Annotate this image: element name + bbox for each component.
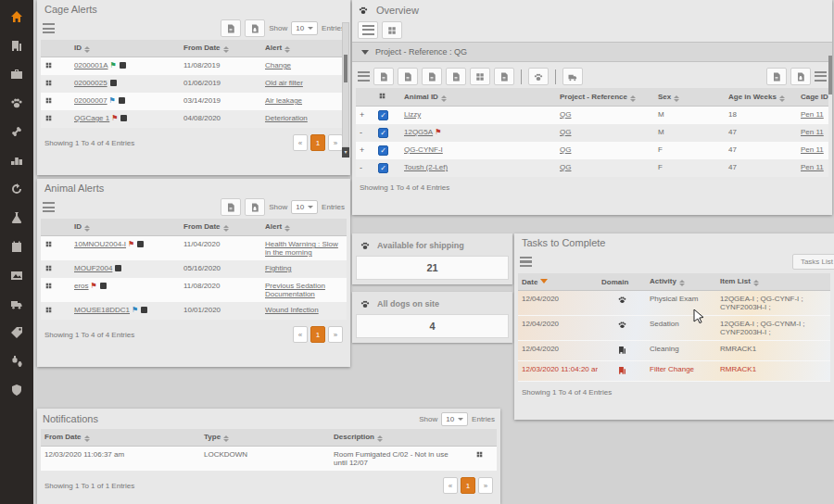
column-header-domain[interactable]: Domain: [598, 273, 646, 291]
entries-select[interactable]: 10: [291, 21, 318, 35]
export-report-button[interactable]: [766, 68, 787, 85]
column-header-activity[interactable]: Activity: [646, 273, 716, 291]
sidebar-item-animals[interactable]: [8, 94, 25, 110]
prev-page-button[interactable]: «: [443, 477, 458, 494]
page-1-button[interactable]: 1: [310, 134, 325, 151]
sidebar-item-food[interactable]: [8, 123, 25, 139]
column-header-from-date[interactable]: From Date: [180, 40, 261, 57]
alert-link[interactable]: Wound Infection: [265, 306, 319, 314]
project-link[interactable]: QG: [560, 128, 571, 136]
cage-id-link[interactable]: QGCage 1: [74, 114, 109, 122]
animal-id-link[interactable]: Lizzy: [404, 110, 421, 119]
row-checkbox[interactable]: ✓: [378, 145, 388, 156]
copy-record-button[interactable]: [398, 68, 418, 85]
animal-view-icon[interactable]: [44, 266, 53, 274]
database-button[interactable]: [470, 68, 490, 85]
column-header-alert[interactable]: Alert: [261, 40, 347, 57]
animal-id-link[interactable]: Toush (2-Lef): [404, 163, 448, 171]
scroll-down-arrow[interactable]: ▾: [342, 147, 349, 158]
sidebar-item-sync[interactable]: [8, 181, 25, 196]
sidebar-item-shipping[interactable]: [8, 296, 25, 311]
column-header-id[interactable]: ID: [70, 219, 180, 236]
task-row[interactable]: 12/04/2020 Sedation 12QGEA-I ; QG-CYNM-I…: [518, 316, 830, 341]
column-header-from-date[interactable]: From Date: [41, 429, 200, 447]
cage-id-link[interactable]: Pen 11: [801, 145, 824, 154]
expand-row-icon[interactable]: -: [360, 163, 362, 172]
notification-view-icon[interactable]: [475, 452, 484, 460]
project-link[interactable]: QG: [560, 110, 571, 119]
cage-view-icon[interactable]: [44, 116, 53, 124]
next-page-button[interactable]: »: [328, 134, 343, 151]
animal-id-link[interactable]: 10MNOU2004-I: [74, 240, 126, 248]
list-view-button[interactable]: [358, 21, 378, 39]
alert-link[interactable]: Fighting: [265, 264, 291, 272]
column-header-animal-id[interactable]: Animal ID: [400, 88, 556, 107]
cage-id-link[interactable]: Pen 11: [801, 128, 824, 136]
project-link[interactable]: QG: [560, 145, 571, 154]
animal-view-icon[interactable]: [44, 284, 53, 292]
scrollbar[interactable]: ▾: [342, 22, 349, 147]
page-1-button[interactable]: 1: [461, 477, 475, 494]
cage-id-link[interactable]: 02000007: [74, 96, 107, 105]
alert-link[interactable]: Deterioration: [265, 114, 308, 122]
list-view-icon[interactable]: [520, 257, 532, 267]
grid-view-button[interactable]: [382, 21, 402, 39]
project-section-header[interactable]: Project - Reference : QG: [352, 42, 832, 62]
tasks-list-button[interactable]: Tasks List: [792, 254, 834, 270]
alert-link[interactable]: Previous Sedation Documentation: [265, 282, 325, 298]
row-checkbox[interactable]: ✓: [378, 110, 388, 120]
column-header-cage-id[interactable]: Cage ID: [797, 88, 828, 107]
entries-select[interactable]: 10: [441, 412, 468, 426]
entries-select[interactable]: 10: [291, 200, 318, 214]
sidebar-item-gallery[interactable]: [8, 267, 25, 283]
cage-id-link[interactable]: Pen 11: [801, 110, 824, 119]
scrollbar-thumb[interactable]: [828, 56, 832, 94]
list-view-icon[interactable]: [43, 23, 55, 33]
next-page-button[interactable]: »: [328, 326, 343, 343]
column-header-description[interactable]: Description: [330, 429, 461, 447]
column-header-alert[interactable]: Alert: [261, 219, 347, 236]
alert-link[interactable]: Air leakage: [265, 96, 302, 105]
column-header-age-in-weeks[interactable]: Age in Weeks: [725, 88, 797, 107]
task-row-overdue[interactable]: 12/03/2020 11:04:20 am Filter Change RMR…: [518, 361, 830, 382]
animal-id-link[interactable]: MOUF2004: [74, 264, 112, 272]
animal-id-link[interactable]: QG-CYNF-I: [404, 145, 443, 154]
scrollbar-thumb[interactable]: [344, 55, 348, 82]
list-view-icon[interactable]: [358, 71, 370, 82]
animal-id-link[interactable]: 12QG5A: [404, 128, 433, 136]
sidebar-item-reports[interactable]: [8, 152, 25, 168]
sidebar-item-tags[interactable]: [8, 324, 25, 340]
column-header-select-all[interactable]: [374, 88, 400, 107]
column-header-project-reference[interactable]: Project - Reference: [556, 88, 654, 107]
column-header-date[interactable]: Date: [518, 273, 598, 291]
sidebar-item-home[interactable]: [8, 8, 25, 24]
export-report-button[interactable]: [221, 19, 241, 37]
lock-report-button[interactable]: [790, 68, 811, 85]
project-link[interactable]: QG: [560, 163, 571, 171]
list-view-icon[interactable]: [43, 202, 55, 212]
transfer-button[interactable]: [562, 68, 583, 85]
column-header-id[interactable]: ID: [70, 40, 180, 57]
lock-report-button[interactable]: [245, 198, 265, 216]
animal-id-link[interactable]: MOUSE18DDC1: [74, 306, 130, 314]
column-options-icon[interactable]: [815, 71, 827, 82]
next-page-button[interactable]: »: [478, 477, 493, 494]
sidebar-item-supplies[interactable]: [8, 66, 25, 82]
column-header-sex[interactable]: Sex: [654, 88, 725, 107]
alert-link[interactable]: Old air filter: [265, 79, 303, 87]
sidebar-item-security[interactable]: [8, 382, 25, 397]
alert-link[interactable]: Change: [265, 61, 291, 69]
add-record-button[interactable]: [422, 68, 442, 85]
lock-report-button[interactable]: [245, 19, 265, 37]
page-1-button[interactable]: 1: [310, 326, 325, 343]
edit-record-button[interactable]: [373, 68, 394, 85]
widget-value[interactable]: 21: [356, 256, 509, 280]
export-report-button[interactable]: [221, 198, 241, 216]
cage-id-link[interactable]: 02000025: [74, 79, 107, 87]
widget-value[interactable]: 4: [356, 314, 509, 338]
animal-view-icon[interactable]: [44, 242, 53, 250]
expand-row-icon[interactable]: +: [360, 145, 364, 155]
sidebar-item-lab[interactable]: [8, 209, 25, 225]
task-row[interactable]: 12/04/2020 Cleaning RMRACK1: [518, 341, 830, 361]
cage-view-icon[interactable]: [44, 63, 53, 71]
